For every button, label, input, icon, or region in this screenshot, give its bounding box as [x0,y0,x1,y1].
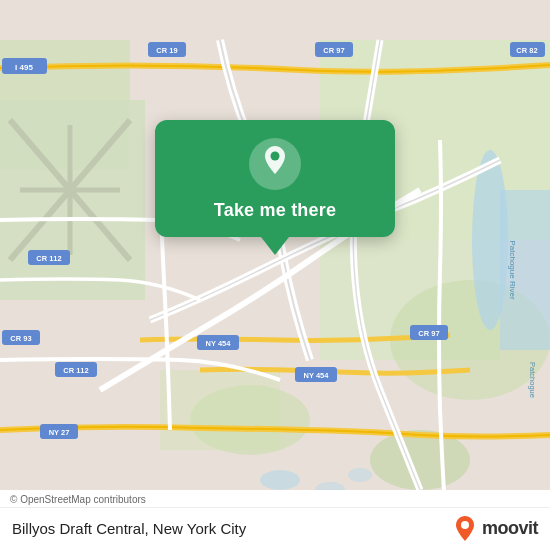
moovit-brand-text: moovit [482,518,538,539]
svg-text:NY 27: NY 27 [49,428,70,437]
svg-point-47 [461,521,469,529]
place-name: Billyos Draft Central, New York City [12,520,246,537]
location-icon-wrapper [249,138,301,190]
moovit-icon [451,514,479,542]
svg-text:CR 97: CR 97 [323,46,344,55]
svg-text:CR 112: CR 112 [63,366,88,375]
svg-point-17 [348,468,372,482]
map-container: I 495 CR 19 CR 97 CR 82 CR 19 CR 97 CR 1… [0,0,550,550]
svg-text:CR 112: CR 112 [36,254,61,263]
svg-text:I 495: I 495 [15,63,33,72]
attribution-text: © OpenStreetMap contributors [10,494,146,505]
svg-text:CR 82: CR 82 [516,46,537,55]
svg-text:Patchogue: Patchogue [528,362,537,398]
take-me-there-button[interactable]: Take me there [214,200,336,221]
svg-text:CR 93: CR 93 [10,334,31,343]
attribution: © OpenStreetMap contributors [0,490,550,507]
place-name-bar: Billyos Draft Central, New York City moo… [0,507,550,550]
svg-rect-14 [500,190,550,350]
bottom-bar: © OpenStreetMap contributors Billyos Dra… [0,490,550,550]
svg-point-46 [271,152,280,161]
map-background: I 495 CR 19 CR 97 CR 82 CR 19 CR 97 CR 1… [0,0,550,550]
popup-card[interactable]: Take me there [155,120,395,237]
svg-text:NY 454: NY 454 [206,339,232,348]
svg-point-15 [260,470,300,490]
svg-text:NY 454: NY 454 [304,371,330,380]
location-pin-icon [260,146,290,182]
svg-text:CR 97: CR 97 [418,329,439,338]
moovit-logo: moovit [451,514,538,542]
svg-text:CR 19: CR 19 [156,46,177,55]
svg-rect-12 [160,370,280,450]
svg-text:Patchogue River: Patchogue River [508,240,517,299]
